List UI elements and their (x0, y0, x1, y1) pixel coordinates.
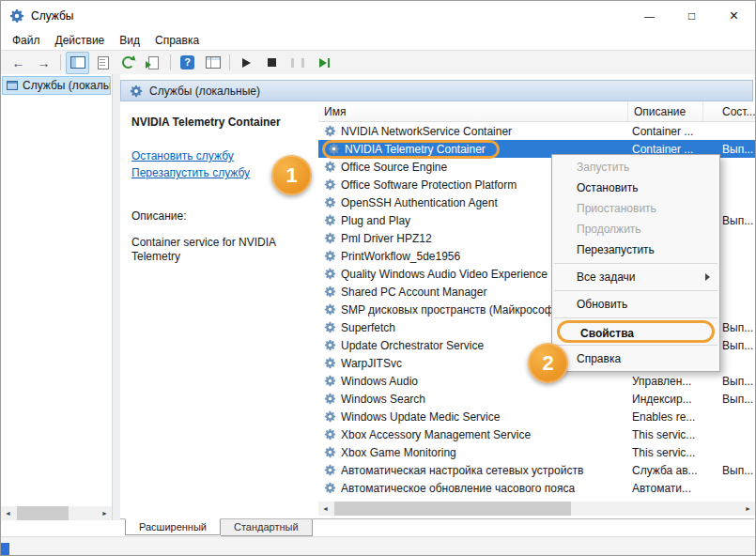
menubar-item[interactable]: Файл (5, 30, 48, 50)
separator (554, 317, 717, 318)
menu-item-label: Все задачи (577, 270, 636, 284)
toolbar: ← → (1, 50, 755, 75)
menu-item-label: Обновить (577, 298, 627, 311)
context-menu-item: Приостановить (552, 198, 719, 219)
service-gear-icon (324, 464, 336, 476)
maximize-button[interactable]: □ (671, 2, 713, 30)
service-description: This servic... (628, 428, 703, 441)
service-row[interactable]: Windows Update Medic Service Enables re.… (318, 408, 755, 425)
properties-icon[interactable] (91, 52, 115, 74)
menu-item-label: Перезапустить (577, 243, 655, 256)
services-window: Службы — □ × ФайлДействиеВидСправка ← → (0, 0, 756, 556)
tree-root-services[interactable]: Службы (локальные) (2, 76, 111, 95)
close-button[interactable]: × (713, 2, 755, 30)
service-name: Pml Driver HPZ12 (341, 232, 432, 245)
list-horizontal-scrollbar[interactable]: ◄ ► (318, 502, 755, 516)
service-name: Xbox Accessory Management Service (341, 428, 531, 441)
separator (554, 345, 717, 346)
menubar-item[interactable]: Справка (147, 30, 207, 50)
service-gear-icon (324, 393, 336, 405)
column-header-name[interactable]: Имя (318, 102, 628, 121)
service-description: Управлен... (628, 375, 703, 388)
view-tabs: Расширенный Стандартный (120, 518, 754, 536)
tree-horizontal-scrollbar[interactable]: ◄ ► (1, 506, 112, 520)
back-icon[interactable]: ← (7, 52, 30, 74)
export-list-icon[interactable] (142, 52, 165, 74)
service-status: Вып... (703, 464, 755, 477)
title-bar: Службы — □ × (1, 1, 755, 30)
service-gear-icon (324, 178, 336, 191)
start-service-icon[interactable] (235, 52, 258, 74)
service-gear-icon (324, 339, 336, 351)
column-header-description[interactable]: Описание (628, 102, 703, 121)
menubar-item[interactable]: Вид (112, 30, 147, 50)
service-row[interactable]: Xbox Accessory Management Service This s… (318, 425, 755, 443)
service-gear-icon (324, 286, 336, 298)
service-row[interactable]: Windows Search Индексир... Вып... (318, 390, 755, 408)
context-menu-item[interactable]: Остановить (552, 178, 719, 198)
service-row[interactable]: Автоматическая настройка сетевых устройс… (318, 461, 755, 479)
service-name: Office Source Engine (341, 161, 447, 174)
menu-item-label: Запустить (577, 161, 629, 174)
service-row[interactable]: Xbox Game Monitoring This servic... (318, 443, 755, 461)
service-description: Автомати... (628, 482, 703, 495)
service-name: Автоматическая настройка сетевых устройс… (341, 464, 583, 477)
separator (60, 54, 61, 70)
list-column-headers: Имя Описание Сост... (318, 102, 755, 122)
service-gear-icon (324, 303, 336, 316)
scrollbar-track[interactable] (15, 506, 98, 520)
tab-extended[interactable]: Расширенный (125, 518, 221, 535)
service-name: NVIDIA NetworkService Container (341, 125, 512, 138)
scrollbar-track[interactable] (332, 502, 741, 516)
scroll-right-icon[interactable]: ► (98, 506, 112, 520)
service-name: Xbox Game Monitoring (341, 446, 456, 459)
service-name: Plug and Play (341, 214, 410, 227)
service-gear-icon (324, 410, 336, 423)
service-name: Автоматическое обновление часового пояса (341, 482, 575, 495)
status-bar (1, 536, 755, 555)
column-header-status[interactable]: Сост... (703, 102, 755, 121)
service-row[interactable]: NVIDIA NetworkService Container Containe… (318, 122, 755, 140)
forward-icon[interactable]: → (32, 52, 55, 74)
service-gear-icon (324, 250, 336, 262)
separator (170, 54, 171, 70)
context-menu-item: Запустить (552, 157, 719, 178)
extended-view-icon[interactable] (201, 52, 224, 74)
context-menu-item[interactable]: Все задачи (552, 267, 719, 287)
menubar-item[interactable]: Действие (48, 30, 113, 50)
menu-item-label: Приостановить (577, 202, 656, 215)
context-menu-item[interactable]: Справка (552, 348, 719, 369)
context-menu-item[interactable]: Свойства (557, 320, 715, 343)
scrollbar-thumb[interactable] (334, 502, 571, 516)
snapin-banner: Службы (локальные) (120, 80, 753, 101)
scrollbar-thumb[interactable] (17, 506, 69, 520)
scroll-left-icon[interactable]: ◄ (318, 502, 332, 516)
service-row[interactable]: Автоматическое обновление часового пояса… (318, 479, 755, 497)
service-description: Служба ав... (628, 464, 703, 477)
submenu-arrow-icon (705, 273, 710, 281)
context-menu-item[interactable]: Обновить (552, 294, 719, 315)
services-gear-icon (9, 8, 24, 23)
tab-standard[interactable]: Стандартный (221, 519, 313, 536)
service-gear-icon (328, 143, 340, 155)
context-menu-item[interactable]: Перезапустить (552, 239, 719, 260)
menu-item-label: Остановить (577, 181, 639, 194)
help-icon[interactable]: ? (176, 52, 199, 74)
scroll-right-icon[interactable]: ► (741, 502, 755, 516)
restart-service-icon[interactable] (311, 52, 334, 74)
scroll-left-icon[interactable]: ◄ (1, 506, 15, 520)
minimize-button[interactable]: — (628, 2, 671, 30)
service-status: Вып... (703, 375, 755, 388)
console-tree-icon[interactable] (66, 52, 89, 74)
service-description-text: Container service for NVIDIA Telemetry (131, 236, 293, 264)
service-gear-icon (324, 321, 336, 333)
refresh-icon[interactable] (116, 52, 140, 74)
stop-service-icon[interactable] (260, 52, 284, 74)
service-name: Windows Update Medic Service (341, 410, 500, 424)
menu-item-label: Справка (577, 352, 621, 365)
callout-step-2: 2 (528, 343, 568, 383)
service-description: Enables re... (628, 410, 703, 424)
service-gear-icon (324, 428, 336, 440)
pane-divider[interactable] (113, 74, 120, 520)
service-gear-icon (324, 232, 336, 244)
